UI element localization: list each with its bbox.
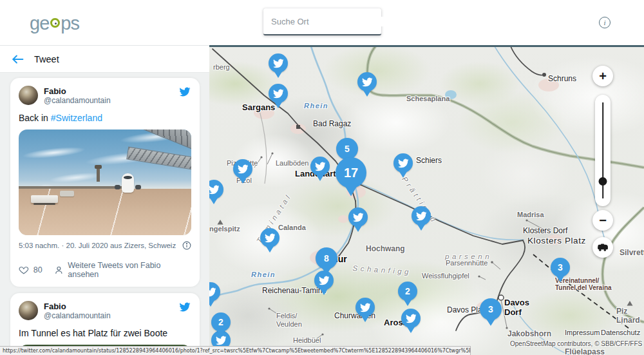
- map-label-schiers: Schiers: [416, 157, 442, 166]
- browser-status-bar: https://twitter.com/calandamountain/stat…: [0, 346, 471, 355]
- more-tweets-link[interactable]: Weitere Tweets von Fabio ansehen: [68, 261, 191, 279]
- tweet-timestamp: 5:03 nachm. · 20. Juli 2020 aus Zizers, …: [19, 242, 176, 249]
- geops-trainview-app: geps i Tweet Fabio @calandamountain: [0, 0, 644, 355]
- map-label-calanda: Calanda: [278, 224, 306, 232]
- tweet-author: Fabio: [44, 86, 111, 96]
- tweet-card-1[interactable]: Fabio @calandamountain Back in #Switzerl…: [10, 78, 200, 287]
- info-circle-icon[interactable]: [182, 241, 191, 250]
- datenschutz-link[interactable]: Datenschutz: [601, 329, 640, 337]
- tweet-pin-marker[interactable]: [348, 207, 368, 227]
- map-label-rhein: Rhein: [251, 271, 276, 279]
- place-search-box[interactable]: [263, 8, 381, 35]
- logo-text-2: ps: [61, 13, 79, 34]
- tweet-pin-marker[interactable]: [233, 159, 252, 178]
- map-label-rhein: Rhein: [304, 102, 328, 110]
- impressum-link[interactable]: Impressum: [565, 329, 600, 337]
- cluster-marker-8[interactable]: 8: [316, 247, 337, 269]
- map-label-heidbüel: Heidbüel: [293, 336, 321, 345]
- tweet-pin-marker[interactable]: [269, 84, 288, 103]
- layer-toggle-button[interactable]: [592, 237, 613, 258]
- peak-triangle: [627, 301, 633, 306]
- tweet-handle: @calandamountain: [44, 96, 111, 106]
- cluster-marker-5[interactable]: 5: [336, 138, 358, 160]
- map-top-border: [209, 45, 644, 47]
- status-url: https://twitter.com/calandamountain/stat…: [3, 348, 471, 354]
- map-label-klosters-dorf: Klosters Dorf: [523, 227, 567, 236]
- tweet-text: Back in #Switzerland: [19, 112, 191, 124]
- heart-icon[interactable]: [19, 265, 29, 275]
- tweet-photo-airport[interactable]: [19, 130, 191, 235]
- map-label-laulböden: Laulböden: [276, 159, 308, 168]
- tweet-pin-marker[interactable]: [355, 298, 375, 317]
- tweet-panel: Tweet Fabio @calandamountain Back in #Sw…: [0, 45, 209, 355]
- vereina-tunnel-line: [533, 254, 629, 329]
- tweet-pin-marker[interactable]: [269, 53, 288, 73]
- railway-line: [511, 46, 544, 75]
- peak-triangle: [218, 220, 223, 225]
- map-label-madrisa: Madrisa: [517, 211, 544, 219]
- tweet-2-head: Fabio @calandamountain: [19, 301, 191, 321]
- tweet-meta: 5:03 nachm. · 20. Juli 2020 aus Zizers, …: [19, 241, 191, 250]
- ground-vehicle: [31, 195, 58, 203]
- map-label-bad-ragaz: Bad Ragaz: [313, 120, 351, 129]
- map-label-jakobshorn: Jakobshorn: [507, 330, 551, 339]
- map-label-rberg: rberg: [213, 63, 230, 72]
- tweet-actions: 80 Weitere Tweets von Fabio ansehen: [19, 255, 191, 279]
- tweet-pin-marker[interactable]: [401, 309, 421, 328]
- map[interactable]: rbergSargansRheinBad RagazSchrunsSchesap…: [209, 45, 644, 355]
- cluster-marker-3[interactable]: 3: [480, 298, 502, 320]
- tweet-1-names: Fabio @calandamountain: [44, 86, 111, 106]
- ground-vehicle: [60, 191, 74, 197]
- map-label-feldis-veulden: Feldis/ Veulden: [276, 312, 302, 328]
- tweet-pin-marker[interactable]: [412, 206, 431, 225]
- map-attribution: OpenStreetMap contributors, © SBB/CFF/FF…: [510, 340, 642, 348]
- zoom-slider-handle[interactable]: [599, 177, 607, 186]
- tweet-1-head: Fabio @calandamountain: [19, 86, 191, 106]
- map-label-schesaplana: Schesaplana: [406, 95, 450, 103]
- cluster-marker-17[interactable]: 17: [336, 157, 366, 188]
- tweet-2-names: Fabio @calandamountain: [44, 301, 111, 321]
- vehicle-icon: [596, 243, 609, 252]
- search-input[interactable]: [271, 17, 384, 26]
- tweet-pin-marker[interactable]: [260, 228, 279, 247]
- back-button[interactable]: [10, 52, 25, 67]
- logo-text-1: ge: [30, 13, 49, 34]
- tweet-panel-header: Tweet: [0, 46, 209, 73]
- twitter-bird-icon[interactable]: [178, 86, 191, 100]
- tweet-pin-marker[interactable]: [357, 72, 377, 91]
- person-icon[interactable]: [54, 265, 64, 275]
- cluster-marker-3[interactable]: 3: [551, 258, 570, 277]
- control-tower: [97, 168, 100, 182]
- zoom-out-button[interactable]: −: [592, 210, 613, 231]
- app-header: geps i: [0, 0, 644, 45]
- info-icon[interactable]: i: [599, 17, 611, 28]
- map-label-klosters-platz: Klosters Platz: [527, 236, 586, 246]
- tweet-author: Fabio: [44, 302, 111, 311]
- map-label-schruns: Schruns: [548, 75, 576, 84]
- map-label-parsennhütte: Parsennhütte: [446, 259, 488, 267]
- cluster-marker-2[interactable]: 2: [398, 282, 417, 301]
- landquart-river: [355, 182, 524, 240]
- tweet-pin-marker[interactable]: [310, 157, 330, 176]
- map-label-weissfluhgipfel: Weissfluhgipfel: [422, 272, 469, 280]
- back-arrow-icon: [12, 54, 24, 64]
- twitter-bird-icon[interactable]: [178, 302, 191, 315]
- tweet-text: Im Tunnel es hat Platz für zwei Boote: [19, 327, 191, 339]
- map-label-sargans: Sargans: [242, 103, 275, 113]
- tweet-cards: Fabio @calandamountain Back in #Switzerl…: [0, 73, 209, 355]
- hashtag-link[interactable]: #Switzerland: [51, 113, 102, 123]
- map-label-davos-dorf: Davos Dorf: [504, 298, 529, 318]
- tweet-handle: @calandamountain: [44, 311, 111, 321]
- airplane: [115, 172, 141, 194]
- tweet-pin-marker[interactable]: [393, 153, 413, 173]
- cluster-marker-2[interactable]: 2: [211, 312, 231, 332]
- zoom-slider[interactable]: [595, 95, 611, 206]
- logo-o-icon: [50, 18, 60, 28]
- avatar[interactable]: [19, 301, 38, 320]
- map-label-hochwang: Hochwang: [366, 245, 405, 254]
- zoom-in-button[interactable]: +: [592, 66, 613, 86]
- geops-logo[interactable]: geps: [30, 13, 79, 34]
- map-label-flüelapass: Flüelapass: [565, 348, 605, 355]
- like-count: 80: [33, 265, 43, 274]
- avatar[interactable]: [19, 86, 38, 105]
